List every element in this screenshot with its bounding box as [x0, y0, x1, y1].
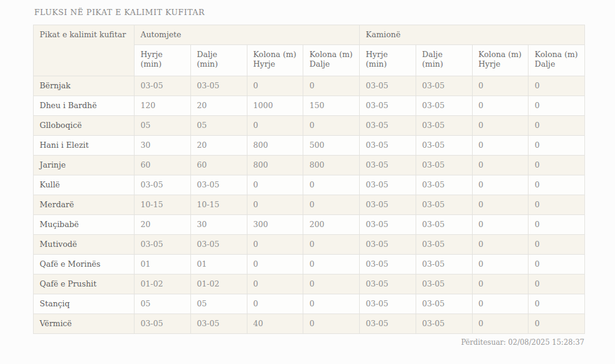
table-cell: 03-05	[360, 215, 416, 235]
table-cell: 0	[303, 235, 360, 255]
table-cell: 05	[135, 294, 191, 314]
table-cell: 0	[529, 156, 585, 175]
table-cell: 800	[303, 156, 360, 175]
table-cell: 03-05	[416, 195, 472, 215]
table-cell: 03-05	[416, 116, 472, 136]
column-header-auto-dalje: Dalje (min)	[190, 45, 247, 76]
table-cell: 03-05	[360, 136, 416, 156]
table-cell: 03-05	[360, 275, 416, 294]
table-row: Kullë03-0503-050003-0503-0500	[34, 175, 585, 195]
column-header-kamion-dalje: Dalje (min)	[416, 45, 472, 76]
table-cell: 800	[247, 136, 303, 156]
page-container: FLUKSI NË PIKAT E KALIMIT KUFITAR Pikat …	[0, 0, 584, 347]
table-row: Muçibabë203030020003-0503-0500	[34, 215, 585, 235]
table-cell: 0	[247, 294, 303, 314]
table-cell: 40	[247, 314, 303, 334]
table-cell: 800	[247, 156, 303, 175]
table-cell: 03-05	[360, 294, 416, 314]
table-cell: 03-05	[416, 215, 472, 235]
crossing-point-name: Stançiq	[34, 294, 135, 314]
table-row: Merdarë10-1510-150003-0503-0500	[34, 195, 585, 215]
table-header: Pikat e kalimit kufitar Automjete Kamion…	[34, 25, 585, 76]
table-cell: 10-15	[190, 195, 247, 215]
table-cell: 0	[303, 116, 360, 136]
table-cell: 0	[472, 96, 529, 116]
table-row: Bërnjak03-0503-050003-0503-0500	[34, 76, 585, 96]
table-cell: 0	[247, 195, 303, 215]
table-cell: 20	[190, 96, 247, 116]
table-cell: 120	[135, 96, 191, 116]
table-cell: 03-05	[135, 175, 191, 195]
table-cell: 60	[190, 156, 247, 175]
table-cell: 03-05	[360, 116, 416, 136]
table-cell: 0	[303, 275, 360, 294]
table-cell: 01	[135, 255, 191, 275]
table-cell: 0	[247, 116, 303, 136]
table-cell: 01-02	[190, 275, 247, 294]
table-cell: 03-05	[416, 275, 472, 294]
table-cell: 0	[303, 294, 360, 314]
table-cell: 03-05	[416, 255, 472, 275]
table-cell: 03-05	[190, 175, 247, 195]
table-cell: 03-05	[416, 294, 472, 314]
table-cell: 03-05	[360, 195, 416, 215]
table-cell: 0	[303, 314, 360, 334]
table-cell: 0	[472, 76, 529, 96]
table-cell: 20	[190, 136, 247, 156]
table-row: Qafë e Prushit01-0201-020003-0503-0500	[34, 275, 585, 294]
table-cell: 150	[303, 96, 360, 116]
table-cell: 0	[472, 275, 529, 294]
table-cell: 03-05	[135, 235, 191, 255]
table-row: Vërmicë03-0503-0540003-0503-0500	[34, 314, 585, 334]
table-cell: 0	[247, 275, 303, 294]
table-cell: 0	[529, 255, 585, 275]
table-cell: 0	[303, 195, 360, 215]
table-cell: 03-05	[416, 235, 472, 255]
table-cell: 0	[472, 235, 529, 255]
table-row: Stançiq05050003-0503-0500	[34, 294, 585, 314]
column-header-kamion-hyrje: Hyrje (min)	[360, 45, 416, 76]
column-group-kamione: Kamionë	[360, 25, 585, 45]
column-header-kamion-kolona-dalje: Kolona (m) Dalje	[529, 45, 585, 76]
table-cell: 03-05	[360, 76, 416, 96]
table-cell: 03-05	[416, 314, 472, 334]
table-row: Glloboqicë05050003-0503-0500	[34, 116, 585, 136]
table-cell: 0	[247, 76, 303, 96]
table-cell: 0	[529, 76, 585, 96]
table-cell: 01	[190, 255, 247, 275]
table-cell: 0	[247, 255, 303, 275]
table-cell: 03-05	[360, 235, 416, 255]
column-header-auto-kolona-dalje: Kolona (m) Dalje	[303, 45, 360, 76]
table-cell: 0	[472, 175, 529, 195]
table-body: Bërnjak03-0503-050003-0503-0500Dheu i Ba…	[34, 76, 585, 334]
table-cell: 30	[190, 215, 247, 235]
table-cell: 1000	[247, 96, 303, 116]
table-row: Hani i Elezit302080050003-0503-0500	[34, 136, 585, 156]
column-header-auto-hyrje: Hyrje (min)	[135, 45, 191, 76]
table-cell: 30	[135, 136, 191, 156]
header-group-row: Pikat e kalimit kufitar Automjete Kamion…	[34, 25, 585, 45]
table-cell: 03-05	[416, 156, 472, 175]
table-cell: 0	[303, 255, 360, 275]
table-cell: 0	[529, 235, 585, 255]
table-cell: 03-05	[360, 156, 416, 175]
table-row: Dheu i Bardhë12020100015003-0503-0500	[34, 96, 585, 116]
table-cell: 0	[529, 96, 585, 116]
table-cell: 0	[247, 235, 303, 255]
column-header-auto-kolona-hyrje: Kolona (m) Hyrje	[247, 45, 303, 76]
table-cell: 03-05	[416, 96, 472, 116]
table-cell: 10-15	[135, 195, 191, 215]
table-row: Mutivodë03-0503-050003-0503-0500	[34, 235, 585, 255]
table-cell: 0	[472, 314, 529, 334]
table-cell: 60	[135, 156, 191, 175]
last-updated-timestamp: Përditesuar: 02/08/2025 15:28:37	[33, 338, 584, 347]
table-cell: 0	[303, 175, 360, 195]
table-cell: 03-05	[190, 314, 247, 334]
table-cell: 0	[303, 76, 360, 96]
table-cell: 500	[303, 136, 360, 156]
table-cell: 0	[472, 156, 529, 175]
table-cell: 03-05	[416, 175, 472, 195]
table-cell: 0	[529, 215, 585, 235]
table-cell: 05	[190, 294, 247, 314]
table-cell: 03-05	[360, 96, 416, 116]
